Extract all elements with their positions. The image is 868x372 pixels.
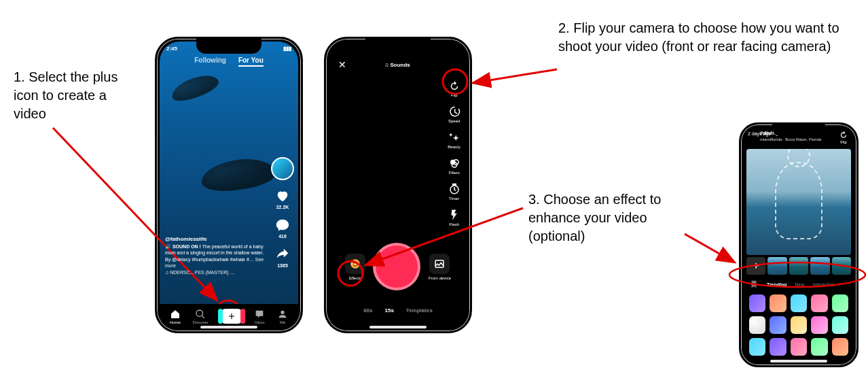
effect-thumb[interactable] — [810, 257, 829, 275]
nav-home-label: Home — [170, 320, 181, 324]
effect-tile[interactable] — [832, 338, 848, 356]
share-icon — [275, 247, 290, 262]
effect-tile[interactable] — [749, 338, 765, 356]
live-preview[interactable] — [746, 149, 851, 255]
record-button[interactable] — [373, 243, 420, 290]
side-button — [302, 127, 303, 168]
tool-filters[interactable]: Filters — [448, 157, 460, 175]
tool-speed-label: Speed — [448, 119, 460, 123]
home-indicator — [770, 360, 827, 362]
status-icons: ▮▮▮ — [283, 46, 291, 52]
side-button — [155, 101, 156, 116]
fx-tab-interactive[interactable]: Interactive — [813, 282, 835, 287]
heart-icon — [275, 188, 290, 203]
effects-label: Effects — [349, 276, 361, 280]
side-button — [155, 124, 156, 151]
caption-sound[interactable]: ♫ NDERSC…PES (MASTER) … — [165, 269, 264, 275]
phone-feed: 2:45 ▮▮▮ Following For You 22.2K — [155, 37, 303, 333]
tool-flash[interactable]: Flash — [448, 209, 460, 226]
share-button[interactable]: 1365 — [275, 247, 290, 268]
share-count: 1365 — [277, 263, 288, 268]
from-device-button[interactable]: From device — [429, 254, 451, 280]
effect-thumb[interactable] — [789, 257, 808, 275]
timer-icon — [448, 183, 460, 195]
create-button[interactable] — [221, 309, 242, 324]
fx-flip-label: Flip — [840, 140, 847, 144]
home-icon — [170, 309, 181, 320]
effect-thumb[interactable] — [832, 257, 851, 275]
mode-15s[interactable]: 15s — [385, 307, 394, 314]
search-icon — [195, 309, 206, 320]
tool-speed[interactable]: Speed — [448, 105, 460, 123]
effect-tile[interactable] — [811, 338, 827, 356]
bookmark-icon[interactable] — [749, 280, 759, 289]
effect-tile[interactable] — [832, 316, 848, 334]
add-effect[interactable]: + — [746, 257, 765, 275]
nav-discover[interactable]: Discover — [193, 309, 209, 324]
phone-screen: 2 days ago #diving miamiflorida · Boca R… — [744, 127, 854, 362]
feed-video[interactable]: 2:45 ▮▮▮ Following For You 22.2K — [160, 41, 298, 304]
home-indicator — [200, 326, 257, 328]
effect-grid — [744, 292, 854, 362]
side-button — [471, 127, 472, 168]
effect-tile[interactable] — [749, 316, 765, 334]
camera-top-bar: ✕ ♫ Sounds — [329, 59, 467, 70]
tool-flip-label: Flip — [451, 93, 458, 97]
effect-tile[interactable] — [832, 294, 848, 312]
side-button — [155, 156, 156, 183]
fx-tab-trending[interactable]: Trending — [767, 282, 787, 287]
effect-tile[interactable] — [791, 338, 807, 356]
tab-following[interactable]: Following — [194, 56, 226, 67]
from-device-label: From device — [429, 276, 451, 280]
callout-step-1: 1. Select the plus icon to create a vide… — [14, 68, 129, 123]
effect-thumb[interactable] — [767, 257, 786, 275]
tool-beauty-label: Beauty — [448, 145, 460, 149]
callout-step-2: 2. Flip your camera to choose how you wa… — [558, 19, 844, 56]
person-outline — [775, 162, 822, 239]
effect-tile[interactable] — [791, 294, 807, 312]
caption-username[interactable]: @fathomlesslife — [165, 236, 264, 243]
tool-timer[interactable]: Timer — [448, 183, 460, 201]
comment-button[interactable]: 410 — [275, 218, 290, 239]
tool-flip[interactable]: Flip — [448, 80, 460, 97]
effect-tile[interactable] — [770, 316, 786, 334]
effect-tile[interactable] — [770, 294, 786, 312]
tool-beauty[interactable]: Beauty — [448, 131, 460, 149]
mode-templates[interactable]: Templates — [406, 307, 433, 314]
effects-box — [345, 254, 365, 274]
sounds-button[interactable]: ♫ Sounds — [384, 62, 410, 68]
nav-home[interactable]: Home — [170, 309, 181, 324]
tool-filters-label: Filters — [448, 171, 459, 175]
effects-location[interactable]: miamiflorida · Boca Raton, Florida — [760, 137, 821, 141]
camera-side-tools: Flip Speed Beauty Filters — [448, 80, 460, 226]
effects-screen: 2 days ago #diving miamiflorida · Boca R… — [744, 127, 854, 362]
tab-for-you[interactable]: For You — [238, 56, 264, 67]
home-indicator — [369, 326, 427, 328]
inbox-icon — [254, 309, 265, 320]
camera-viewport: ✕ ♫ Sounds Flip Speed Beauty — [329, 41, 467, 328]
effect-tile[interactable] — [770, 338, 786, 356]
like-button[interactable]: 22.2K — [275, 188, 290, 209]
camera-close[interactable]: ✕ — [338, 59, 346, 70]
plus-icon — [227, 311, 236, 321]
status-time: 2:45 — [166, 46, 177, 52]
effect-tile[interactable] — [811, 316, 827, 334]
bottom-nav: Home Discover Inbox Me — [160, 304, 298, 328]
effects-button[interactable]: Effects — [345, 254, 365, 280]
nav-me[interactable]: Me — [277, 309, 288, 324]
nav-create[interactable] — [221, 309, 242, 324]
effect-tile[interactable] — [791, 316, 807, 334]
side-button — [324, 101, 325, 116]
beauty-icon — [448, 131, 460, 143]
recent-effects-row: + — [744, 255, 854, 277]
flip-icon — [448, 80, 460, 92]
smiley-icon — [349, 258, 361, 270]
effect-tile[interactable] — [749, 294, 765, 312]
mode-60s[interactable]: 60s — [363, 307, 372, 314]
creator-avatar[interactable] — [271, 157, 294, 180]
person-icon — [277, 309, 288, 320]
fx-tool-flip[interactable]: Flip — [839, 130, 848, 144]
fx-tab-new[interactable]: New — [795, 282, 805, 287]
nav-inbox[interactable]: Inbox — [254, 309, 265, 324]
effect-tile[interactable] — [811, 294, 827, 312]
